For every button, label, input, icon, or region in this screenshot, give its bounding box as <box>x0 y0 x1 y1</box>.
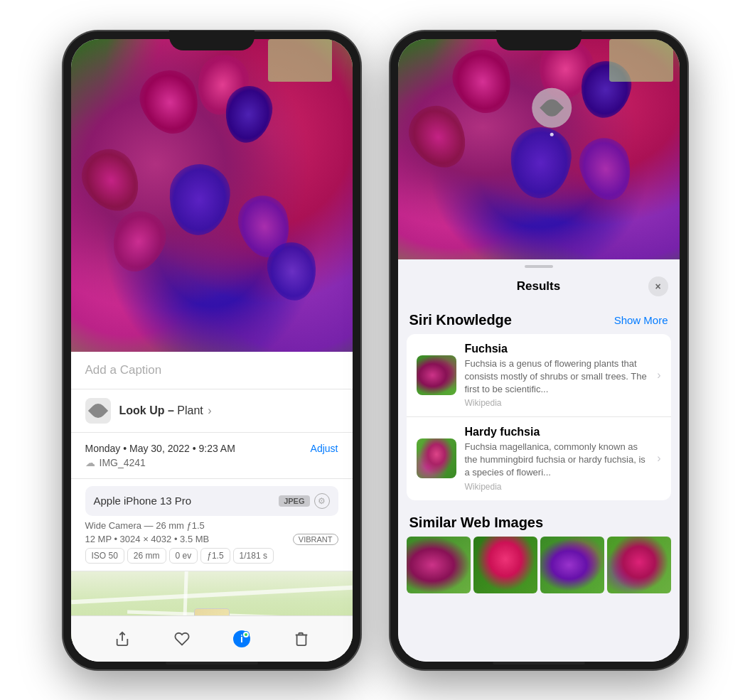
lookup-icon <box>85 398 111 424</box>
similar-image-2[interactable] <box>473 537 537 593</box>
photo-area-left[interactable] <box>71 39 353 352</box>
leaf-icon <box>87 400 107 420</box>
hardy-text: Hardy fuchsia Fuchsia magellanica, commo… <box>465 426 652 492</box>
fuchsia-text: Fuchsia Fuchsia is a genus of flowering … <box>465 343 652 409</box>
fuchsia-title: Fuchsia <box>465 343 652 355</box>
delete-button[interactable] <box>289 626 314 652</box>
fuchsia-desc: Fuchsia is a genus of flowering plants t… <box>465 357 652 397</box>
similar-images-title: Similar Web Images <box>409 515 544 531</box>
show-more-button[interactable]: Show More <box>614 314 668 326</box>
results-header: Results × <box>398 274 680 303</box>
results-sheet: Results × Siri Knowledge Show More <box>398 259 680 662</box>
svg-point-4 <box>245 633 247 636</box>
lookup-row[interactable]: Look Up – Plant › <box>71 389 353 433</box>
siri-knowledge-title: Siri Knowledge <box>409 312 512 328</box>
fuchsia-source: Wikipedia <box>465 398 652 408</box>
shutter-value: 1/181 s <box>233 548 274 564</box>
phones-container: Add a Caption Look Up – Plant › <box>48 16 702 684</box>
aperture-value: ƒ1.5 <box>200 548 230 564</box>
hardy-fuchsia-item[interactable]: Hardy fuchsia Fuchsia magellanica, commo… <box>407 417 671 500</box>
results-title: Results <box>429 279 648 294</box>
meta-section: Monday • May 30, 2022 • 9:23 AM Adjust ☁… <box>71 433 353 479</box>
share-button[interactable] <box>109 626 135 652</box>
close-button[interactable]: × <box>648 276 668 296</box>
chevron-right-icon: › <box>657 369 660 382</box>
cloud-icon: ☁ <box>85 457 95 468</box>
fuchsia-item[interactable]: Fuchsia Fuchsia is a genus of flowering … <box>407 334 671 418</box>
device-section: Apple iPhone 13 Pro JPEG ⚙ Wide Camera —… <box>71 479 353 571</box>
ev-value: 0 ev <box>169 548 198 564</box>
sheet-handle <box>525 265 553 268</box>
settings-icon[interactable]: ⚙ <box>314 493 330 509</box>
hardy-thumbnail <box>417 438 456 478</box>
similar-images-row <box>398 537 680 593</box>
camera-detail: Wide Camera — 26 mm ƒ1.5 <box>85 520 338 531</box>
info-button[interactable]: i <box>229 626 255 652</box>
resolution-text: 12 MP • 3024 × 4032 • 3.5 MB <box>85 534 210 544</box>
hardy-title: Hardy fuchsia <box>465 426 652 438</box>
home-bar <box>166 662 258 664</box>
right-phone: Results × Siri Knowledge Show More <box>390 31 688 670</box>
photo-area-right[interactable] <box>398 39 680 259</box>
jpeg-badge: JPEG <box>279 495 309 507</box>
vi-leaf-icon <box>540 96 564 120</box>
adjust-button[interactable]: Adjust <box>311 443 338 454</box>
caption-area[interactable]: Add a Caption <box>71 352 353 389</box>
iso-value: ISO 50 <box>85 548 124 564</box>
similar-image-3[interactable] <box>540 537 604 593</box>
fuchsia-thumbnail <box>417 355 456 395</box>
siri-knowledge-header: Siri Knowledge Show More <box>398 303 680 334</box>
left-phone: Add a Caption Look Up – Plant › <box>63 31 361 670</box>
img-name: IMG_4241 <box>100 457 146 468</box>
caption-placeholder[interactable]: Add a Caption <box>85 363 162 377</box>
lookup-text: Look Up – Plant › <box>119 404 212 417</box>
vi-dot <box>550 133 554 136</box>
vibrant-badge: VIBRANT <box>293 534 338 545</box>
chevron-right-icon-2: › <box>657 452 660 465</box>
exif-row: ISO 50 26 mm 0 ev ƒ1.5 1/181 s <box>85 548 338 564</box>
visual-intelligence-button[interactable] <box>532 88 572 128</box>
similar-images-header: Similar Web Images <box>398 506 680 537</box>
device-name: Apple iPhone 13 Pro <box>94 495 192 507</box>
focal-value: 26 mm <box>127 548 166 564</box>
hardy-desc: Fuchsia magellanica, commonly known as t… <box>465 441 652 480</box>
knowledge-card: Fuchsia Fuchsia is a genus of flowering … <box>407 334 671 500</box>
similar-image-1[interactable] <box>407 537 471 593</box>
bottom-toolbar: i <box>71 615 353 662</box>
favorite-button[interactable] <box>169 626 195 652</box>
home-bar-right <box>493 662 585 664</box>
similar-image-4[interactable] <box>607 537 671 593</box>
hardy-source: Wikipedia <box>465 482 652 492</box>
date-text: Monday • May 30, 2022 • 9:23 AM <box>85 443 235 454</box>
